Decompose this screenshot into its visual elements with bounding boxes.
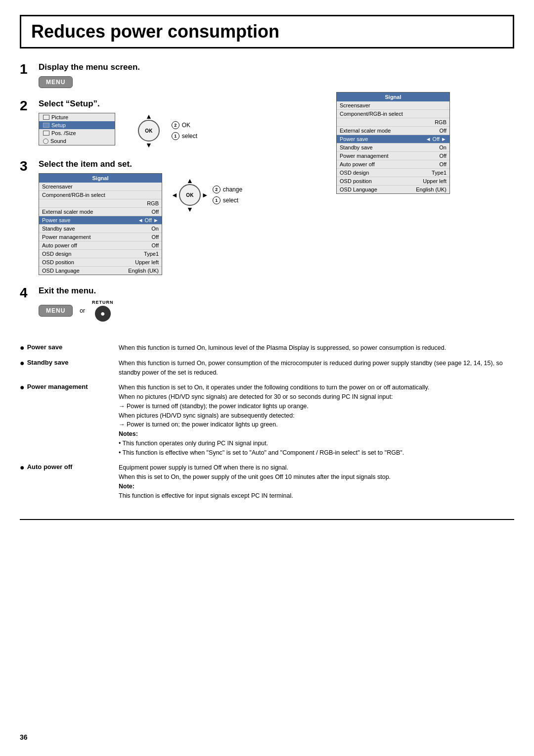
circle-2-step2: 2 bbox=[172, 121, 179, 129]
step-1: 1 Display the menu screen. MENU bbox=[20, 62, 326, 88]
menu-item-sound: Sound bbox=[39, 137, 115, 145]
step-1-number: 1 bbox=[20, 61, 39, 77]
menu-row-standby-save: Standby saveOn bbox=[39, 225, 162, 233]
tr-row-screensaver: Screensaver bbox=[337, 101, 449, 110]
signal-menu-header: Signal bbox=[39, 174, 162, 183]
menu-row-power-management: Power managementOff bbox=[39, 233, 162, 241]
circle-1-step3: 1 bbox=[213, 196, 221, 204]
menu-row-osd-position: OSD positionUpper left bbox=[39, 258, 162, 267]
page: Reduces power consumption 1 Display the … bbox=[20, 15, 514, 520]
tr-row-osd-language: OSD LanguageEnglish (UK) bbox=[337, 186, 449, 193]
menu-row-rgb: RGB bbox=[39, 199, 162, 208]
step-3-title: Select the item and set. bbox=[39, 159, 326, 169]
bottom-rule bbox=[20, 519, 514, 520]
menu-row-osd-language: OSD LanguageEnglish (UK) bbox=[39, 267, 162, 275]
select-label2: select bbox=[223, 197, 238, 204]
tr-row-osd-design: OSD designType1 bbox=[337, 169, 449, 177]
ok-indicator-label: OK bbox=[182, 122, 190, 129]
menu-row-osd-design: OSD designType1 bbox=[39, 250, 162, 258]
step-2-title: Select “Setup”. bbox=[39, 99, 326, 109]
circle-1-step2: 1 bbox=[172, 132, 179, 140]
tr-row-rgb: RGB bbox=[337, 118, 449, 127]
descriptions-section: ● Power save When this function is turne… bbox=[20, 341, 514, 504]
left-arrow-step3: ◄ bbox=[171, 191, 178, 198]
power-management-text: When this function is set to On, it oper… bbox=[119, 381, 514, 461]
tr-row-power-save: Power save◄ Off ► bbox=[337, 135, 449, 143]
auto-power-off-text: Equipment power supply is turned Off whe… bbox=[119, 461, 514, 504]
down-arrow-icon: ▼ bbox=[145, 142, 152, 148]
page-number: 36 bbox=[20, 733, 28, 741]
return-label: RETURN bbox=[92, 300, 114, 305]
page-title: Reduces power consumption bbox=[20, 15, 514, 48]
menu-row-power-save: Power save◄ Off ► bbox=[39, 216, 162, 225]
menu-row-screensaver: Screensaver bbox=[39, 183, 162, 191]
menu-row-component: Component/RGB-in select bbox=[39, 191, 162, 199]
or-text: or bbox=[80, 307, 85, 314]
step-2: 2 Select “Setup”. Picture bbox=[20, 99, 326, 148]
down-arrow-step3: ▼ bbox=[186, 206, 193, 213]
tr-row-standby: Standby saveOn bbox=[337, 143, 449, 152]
top-right-signal-table: Signal Screensaver Component/RGB-in sele… bbox=[336, 92, 450, 194]
menu-button[interactable]: MENU bbox=[39, 76, 73, 88]
tr-row-osd-position: OSD positionUpper left bbox=[337, 177, 449, 186]
setup-menu: Picture Setup bbox=[39, 113, 115, 145]
tr-row-component: Component/RGB-in select bbox=[337, 110, 449, 118]
signal-menu-table: Signal Screensaver Component/RGB-in sele… bbox=[39, 173, 162, 275]
step-2-number: 2 bbox=[20, 98, 39, 114]
up-arrow-step3: ▲ bbox=[186, 177, 193, 184]
menu-row-auto-power: Auto power offOff bbox=[39, 241, 162, 250]
step-4-number: 4 bbox=[20, 285, 39, 301]
ok-nav-circle-step3: OK bbox=[179, 184, 201, 206]
tr-row-power-mgmt: Power managementOff bbox=[337, 152, 449, 160]
step-3-number: 3 bbox=[20, 158, 39, 174]
up-arrow-icon: ▲ bbox=[145, 113, 152, 120]
tr-row-external: External scaler modeOff bbox=[337, 127, 449, 135]
tr-row-auto-power: Auto power offOff bbox=[337, 160, 449, 169]
step-1-title: Display the menu screen. bbox=[39, 62, 326, 72]
menu-item-setup: Setup bbox=[39, 121, 115, 129]
top-right-menu-header: Signal bbox=[337, 93, 449, 101]
step-4: 4 Exit the menu. MENU or RETURN ● bbox=[20, 286, 326, 322]
circle-2-step3: 2 bbox=[213, 186, 221, 193]
step-3: 3 Select the item and set. Signal Screen… bbox=[20, 159, 326, 275]
right-arrow-step3: ► bbox=[202, 191, 209, 198]
return-button[interactable]: ● bbox=[95, 306, 111, 322]
menu-row-external-scaler: External scaler modeOff bbox=[39, 208, 162, 216]
menu-item-picture: Picture bbox=[39, 113, 115, 121]
menu-item-pos-size: Pos. /Size bbox=[39, 129, 115, 137]
select-indicator-label: select bbox=[182, 133, 197, 140]
change-label: change bbox=[223, 186, 242, 193]
menu-button-step4[interactable]: MENU bbox=[39, 305, 73, 317]
ok-nav-circle-step2: OK bbox=[138, 120, 160, 142]
step-4-title: Exit the menu. bbox=[39, 286, 326, 296]
